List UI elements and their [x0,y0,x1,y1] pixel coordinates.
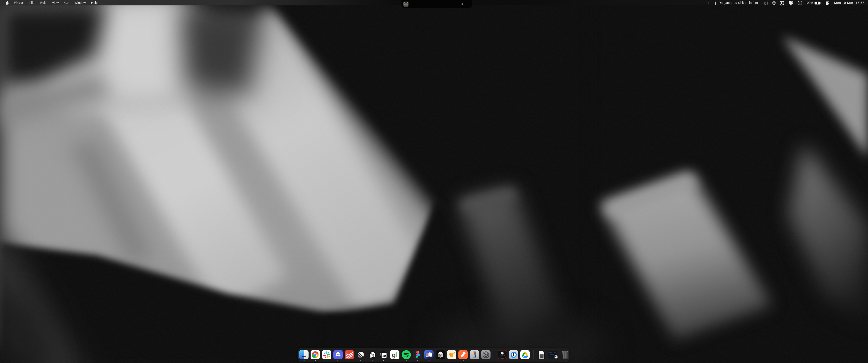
svg-text:N: N [371,353,375,358]
svg-text:10: 10 [382,354,386,358]
svg-text:11: 11 [555,356,557,358]
svg-text:raycast: raycast [500,355,504,356]
svg-text:g: g [392,352,396,359]
